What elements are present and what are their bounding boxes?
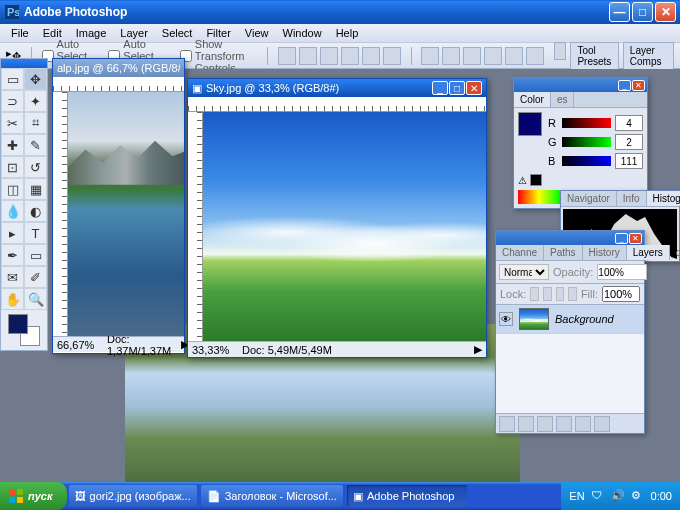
actions-tab[interactable]: ctions [670,245,680,260]
toolbox[interactable]: ▭ ✥ ⊃ ✦ ✂ ⌗ ✚ ✎ ⊡ ↺ ◫ ▦ 💧 ◐ ▸ T ✒ ▭ ✉ ✐ … [0,58,48,351]
mask-icon[interactable] [518,416,534,432]
brush-tool[interactable]: ✎ [24,134,47,156]
folder-icon[interactable] [556,416,572,432]
stamp-tool[interactable]: ⊡ [1,156,24,178]
distribute-icon[interactable] [526,47,544,65]
notes-tool[interactable]: ✉ [1,266,24,288]
layer-row[interactable]: 👁 Background [496,305,644,334]
eyedropper-tool[interactable]: ✐ [24,266,47,288]
info-tab[interactable]: Info [617,191,647,206]
tray-icon[interactable]: ⚙ [631,489,645,503]
histogram-tab[interactable]: Histogram [647,191,681,206]
adjust-icon[interactable] [537,416,553,432]
lock-all-icon[interactable] [568,287,577,301]
ruler-vertical[interactable] [53,92,68,336]
doc-minimize-button[interactable]: _ [432,81,448,95]
window-close-button[interactable]: ✕ [655,2,676,22]
slice-tool[interactable]: ⌗ [24,112,47,134]
menu-window[interactable]: Window [276,25,329,41]
layer-thumbnail[interactable] [519,308,549,330]
color-preview[interactable] [518,112,542,136]
align-icon[interactable] [362,47,380,65]
doc-info[interactable]: Doc: 5,49M/5,49M [242,344,332,356]
distribute-icon[interactable] [463,47,481,65]
panel-close-button[interactable]: ✕ [629,233,642,244]
fg-bg-swatch[interactable] [8,314,40,346]
align-icon[interactable] [341,47,359,65]
pen-tool[interactable]: ✒ [1,244,24,266]
system-tray[interactable]: EN 🛡 🔊 ⚙ 0:00 [561,482,680,510]
b-input[interactable] [615,153,643,169]
gradient-tool[interactable]: ▦ [24,178,47,200]
path-tool[interactable]: ▸ [1,222,24,244]
start-button[interactable]: пуск [0,482,67,510]
align-icon[interactable] [320,47,338,65]
gamut-swatch[interactable] [530,174,542,186]
taskbar-item[interactable]: ▣Adobe Photoshop [347,485,467,507]
doc-info[interactable]: Doc: 1,37M/1,37M [107,333,171,357]
hand-tool[interactable]: ✋ [1,288,24,310]
g-slider[interactable] [562,137,611,147]
lock-pixels-icon[interactable] [543,287,552,301]
panel-close-button[interactable]: ✕ [632,80,645,91]
blend-mode-select[interactable]: Normal [499,264,549,280]
doc-canvas[interactable] [68,92,184,336]
wand-tool[interactable]: ✦ [24,90,47,112]
new-layer-icon[interactable] [575,416,591,432]
ruler-horizontal[interactable] [188,97,486,112]
window-maximize-button[interactable]: □ [632,2,653,22]
lock-pos-icon[interactable] [556,287,565,301]
doc-window-sky[interactable]: ▣ Sky.jpg @ 33,3% (RGB/8#) _ □ ✕ 33,33% … [187,78,487,358]
marquee-tool[interactable]: ▭ [1,68,24,90]
crop-tool[interactable]: ✂ [1,112,24,134]
distribute-icon[interactable] [505,47,523,65]
move-tool[interactable]: ✥ [24,68,47,90]
doc-maximize-button[interactable]: □ [449,81,465,95]
toolbox-grip[interactable] [1,59,47,68]
taskbar-item[interactable]: 📄Заголовок - Microsof... [201,485,343,507]
fill-input[interactable] [602,286,640,302]
workspace-icon[interactable] [554,42,566,60]
color-tab[interactable]: Color [514,92,551,107]
opacity-input[interactable] [597,264,647,280]
clock[interactable]: 0:00 [651,490,672,502]
lasso-tool[interactable]: ⊃ [1,90,24,112]
b-slider[interactable] [562,156,611,166]
distribute-icon[interactable] [484,47,502,65]
dodge-tool[interactable]: ◐ [24,200,47,222]
heal-tool[interactable]: ✚ [1,134,24,156]
type-tool[interactable]: T [24,222,47,244]
paths-tab[interactable]: Paths [544,245,583,260]
tray-icon[interactable]: 🔊 [611,489,625,503]
navigator-tab[interactable]: Navigator [561,191,617,206]
panel-minimize-button[interactable]: _ [618,80,631,91]
fg-color[interactable] [8,314,28,334]
taskbar-item[interactable]: 🖼gori2.jpg (изображ... [69,485,197,507]
distribute-icon[interactable] [421,47,439,65]
r-slider[interactable] [562,118,611,128]
eraser-tool[interactable]: ◫ [1,178,24,200]
layers-tab[interactable]: Layers [627,245,670,260]
history-brush-tool[interactable]: ↺ [24,156,47,178]
window-minimize-button[interactable]: — [609,2,630,22]
doc-canvas[interactable] [203,112,486,341]
panel-header[interactable]: _ ✕ [514,78,647,92]
layer-name[interactable]: Background [555,313,614,325]
doc-zoom[interactable]: 66,67% [57,339,97,351]
doc-close-button[interactable]: ✕ [466,81,482,95]
history-tab[interactable]: History [583,245,627,260]
channels-tab[interactable]: Channe [496,245,544,260]
ruler-vertical[interactable] [188,112,203,341]
distribute-icon[interactable] [442,47,460,65]
align-icon[interactable] [278,47,296,65]
doc-titlebar[interactable]: alp.jpg @ 66,7% (RGB/8#) [53,59,184,77]
doc-titlebar[interactable]: ▣ Sky.jpg @ 33,3% (RGB/8#) _ □ ✕ [188,79,486,97]
tray-icon[interactable]: 🛡 [591,489,605,503]
shape-tool[interactable]: ▭ [24,244,47,266]
layer-comps-tab[interactable]: Layer Comps [623,42,674,70]
swatches-tab[interactable]: es [551,92,575,107]
doc-zoom[interactable]: 33,33% [192,344,232,356]
zoom-tool[interactable]: 🔍 [24,288,47,310]
g-input[interactable] [615,134,643,150]
menu-help[interactable]: Help [329,25,366,41]
